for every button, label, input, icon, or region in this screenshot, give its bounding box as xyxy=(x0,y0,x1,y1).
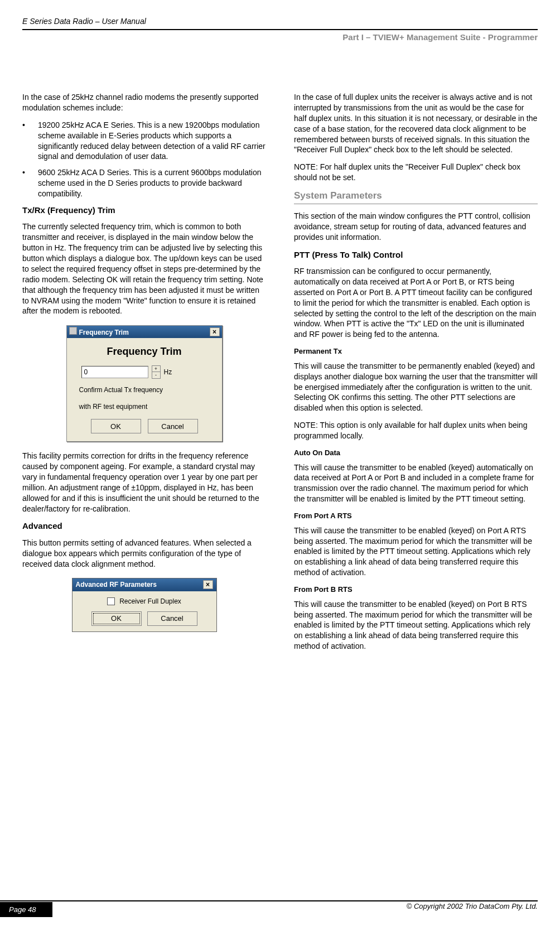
system-parameters-intro: This section of the main window configur… xyxy=(294,211,538,243)
frequency-offset-input[interactable]: 0 xyxy=(81,366,148,378)
page-footer: Page 48 © Copyright 2002 Trio DataCom Pt… xyxy=(0,899,560,917)
ptt-paragraph: RF transmission can be configured to occ… xyxy=(294,266,538,340)
close-icon[interactable]: × xyxy=(203,580,213,589)
half-duplex-note: NOTE: For half duplex units the "Receive… xyxy=(294,162,538,183)
bullet-text: 9600 25kHz ACA D Series. This is a curre… xyxy=(38,167,266,199)
confirm-note-line2: with RF test equipment xyxy=(76,402,213,411)
bullet-text: 19200 25kHz ACA E Series. This is a new … xyxy=(38,120,266,162)
dialog-title: Frequency Trim xyxy=(79,329,129,336)
dialog-titlebar: Frequency Trim × xyxy=(67,326,222,338)
copyright-text: © Copyright 2002 Trio DataCom Pty. Ltd. xyxy=(407,902,538,917)
app-icon xyxy=(69,327,77,335)
part-section-header: Part I – TVIEW+ Management Suite - Progr… xyxy=(22,32,538,42)
dialog-title: Advanced RF Parameters xyxy=(76,580,157,589)
cancel-button[interactable]: Cancel xyxy=(147,611,197,626)
ptt-heading: PTT (Press To Talk) Control xyxy=(294,249,538,261)
advanced-rf-dialog: Advanced RF Parameters × Receiver Full D… xyxy=(72,578,217,631)
permanent-tx-paragraph: This will cause the transmitter to be pe… xyxy=(294,361,538,413)
from-port-b-rts-paragraph: This will cause the transmitter to be en… xyxy=(294,599,538,652)
bullet-marker: • xyxy=(22,120,38,162)
advanced-paragraph: This button permits setting of advanced … xyxy=(22,538,266,570)
modulation-intro: In the case of 25kHz channel radio modem… xyxy=(22,92,266,113)
dialog-heading: Frequency Trim xyxy=(76,345,213,358)
spinner-down-icon[interactable]: - xyxy=(152,372,160,378)
frequency-trim-dialog: Frequency Trim × Frequency Trim 0 + - Hz… xyxy=(66,325,223,442)
right-column: In the case of full duplex units the rec… xyxy=(294,92,538,658)
dialog-titlebar: Advanced RF Parameters × xyxy=(73,578,216,591)
unit-label: Hz xyxy=(164,368,172,377)
advanced-heading: Advanced xyxy=(22,520,266,532)
confirm-note-line1: Confirm Actual Tx frequency xyxy=(76,385,213,394)
receiver-full-duplex-checkbox[interactable] xyxy=(107,597,115,605)
frequency-spinner[interactable]: + - xyxy=(152,365,161,379)
left-column: In the case of 25kHz channel radio modem… xyxy=(22,92,266,658)
txrx-heading: Tx/Rx (Frequency) Trim xyxy=(22,205,266,216)
checkbox-label: Receiver Full Duplex xyxy=(119,597,181,606)
auto-on-data-heading: Auto On Data xyxy=(294,448,538,458)
from-port-a-rts-paragraph: This will cause the transmitter to be en… xyxy=(294,525,538,578)
txrx-paragraph: The currently selected frequency trim, w… xyxy=(22,221,266,316)
bullet-marker: • xyxy=(22,167,38,199)
running-header: E Series Data Radio – User Manual xyxy=(22,17,538,30)
ok-button[interactable]: OK xyxy=(91,419,141,433)
permanent-tx-note: NOTE: This option is only available for … xyxy=(294,420,538,441)
facility-paragraph: This facility permits correction for dri… xyxy=(22,451,266,514)
ok-button[interactable]: OK xyxy=(91,611,142,626)
duplex-paragraph: In the case of full duplex units the rec… xyxy=(294,92,538,155)
cancel-button[interactable]: Cancel xyxy=(148,419,198,433)
bullet-item: • 9600 25kHz ACA D Series. This is a cur… xyxy=(22,167,266,199)
spinner-up-icon[interactable]: + xyxy=(152,366,160,372)
bullet-item: • 19200 25kHz ACA E Series. This is a ne… xyxy=(22,120,266,162)
from-port-b-rts-heading: From Port B RTS xyxy=(294,585,538,595)
from-port-a-rts-heading: From Port A RTS xyxy=(294,511,538,521)
close-icon[interactable]: × xyxy=(210,327,220,336)
permanent-tx-heading: Permanent Tx xyxy=(294,346,538,356)
page-number: Page 48 xyxy=(0,902,52,917)
system-parameters-heading: System Parameters xyxy=(294,190,538,204)
auto-on-data-paragraph: This will cause the transmitter to be en… xyxy=(294,462,538,505)
